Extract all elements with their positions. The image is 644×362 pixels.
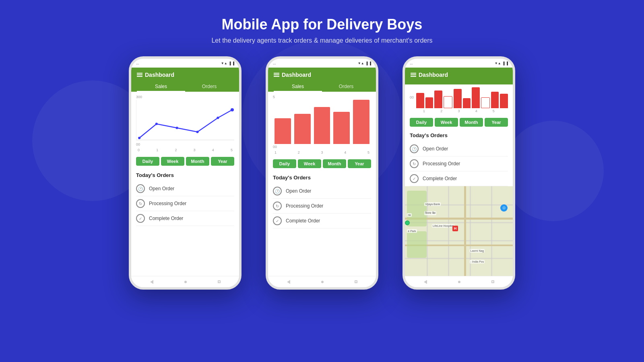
tab-sales-1[interactable]: Sales [137,81,185,92]
map-label-bank-hindi: विजया बैंक [424,211,436,215]
menu-icon-1[interactable] [137,73,142,77]
svg-point-4 [196,131,198,133]
map-label-laxmi: Laxmi Nag [470,249,485,253]
btn-daily-3[interactable]: Daily [410,118,433,127]
bar-5 [353,100,369,144]
nav-recent-1[interactable] [218,280,221,283]
btn-year-2[interactable]: Year [348,159,371,168]
phone-content-3: Dashboard 00 [405,68,513,287]
line-chart-1 [136,100,234,144]
status-bar-1: ... ▼▲ ▐ ▐ [131,59,239,68]
menu-icon-2[interactable] [274,73,279,77]
open-order-label-2: Open Order [286,188,311,194]
top-bar-10 [500,94,508,108]
header-tabs-2: Sales Orders [274,81,370,92]
nav-back-1[interactable] [150,280,153,284]
map-label-park: e Park [407,229,417,233]
chart-area-1: 300 00 012345 [131,92,239,154]
hospital-marker: H [452,226,458,231]
period-buttons-1: Daily Week Month Year [131,154,239,169]
processing-order-label-1: Processing Order [149,201,186,206]
check-icon-1: ✓ [136,214,145,223]
btn-year-3[interactable]: Year [485,118,508,127]
phone-content-2: Dashboard Sales Orders 5 00 123 [268,68,376,287]
phones-container: ... ▼▲ ▐ ▐ Dashboard Sales Orders [129,56,515,290]
map-label-india-pos: - India Pos [470,260,485,263]
top-bar-8 [481,97,490,109]
map-label-nk: nk [407,213,411,217]
phone-3: ... ▼▲ ▐ ▐ Dashboard 00 [402,56,515,290]
bar-1 [275,118,291,144]
period-buttons-2: Daily Week Month Year [268,156,376,171]
map-green-2 [407,231,426,258]
svg-point-2 [231,108,234,111]
phone-2: ... ▼▲ ▐ ▐ Dashboard Sales Orders [266,56,378,290]
battery-icon-2: ▐ [369,62,371,65]
wifi-icon-2: ▐ [365,62,368,65]
menu-icon-3[interactable] [411,73,416,77]
location-marker-blue: ⊙ [500,204,508,212]
btn-week-1[interactable]: Week [161,157,184,166]
status-time-3: ... [410,61,413,65]
status-bar-3: ... ▼▲ ▐ ▐ [405,59,513,68]
phone-bottom-nav-3 [405,276,513,287]
clock-icon-2: 🕐 [273,187,282,195]
phone-header-1: Dashboard Sales Orders [131,68,239,92]
complete-order-label-3: Complete Order [423,176,457,181]
svg-point-5 [176,127,178,129]
page-header: Mobile App for Delivery Boys Let the del… [211,16,432,44]
btn-month-2[interactable]: Month [323,159,346,168]
nav-recent-3[interactable] [491,280,494,283]
refresh-icon-1: ↻ [136,199,145,208]
header-title-1: Dashboard [137,72,233,78]
top-bar-1 [416,93,424,109]
btn-month-3[interactable]: Month [460,118,483,127]
chart-y-label-1: 300 [136,95,234,99]
btn-week-3[interactable]: Week [435,118,458,127]
order-item-open-3: 🕐 Open Order [410,142,508,156]
page-subtitle: Let the delivery agents track orders & m… [211,37,432,44]
orders-title-3: Today's Orders [410,132,508,138]
order-item-complete-2: ✓ Complete Order [273,214,371,228]
signal-icon-1: ▼▲ [221,62,227,65]
open-order-label-1: Open Order [149,186,174,191]
btn-daily-1[interactable]: Daily [136,157,159,166]
map-label-hospital: LifeLine Hospital [432,224,454,228]
nav-home-3[interactable] [458,281,460,283]
order-item-open-2: 🕐 Open Order [273,184,371,199]
top-bar-6 [463,98,471,108]
btn-month-1[interactable]: Month [186,157,209,166]
nav-home-1[interactable] [184,281,187,283]
wifi-icon-1: ▐ [229,62,231,65]
bar-4 [333,112,350,144]
top-bar-4 [444,96,452,108]
header-title-3: Dashboard [411,72,507,78]
chart-y-bottom-2: 00 [273,145,371,149]
order-item-processing-3: ↻ Processing Order [410,156,508,171]
top-bar-2 [425,97,433,109]
svg-point-3 [217,117,219,119]
order-item-complete-1: ✓ Complete Order [136,211,234,226]
tab-sales-2[interactable]: Sales [274,81,322,92]
chart-y-label-2: 5 [273,95,371,99]
x-labels-2: 12345 [273,150,371,154]
tab-orders-2[interactable]: Orders [322,81,370,92]
phone-bottom-nav-1 [131,276,239,287]
status-bar-2: ... ▼▲ ▐ ▐ [268,59,376,68]
nav-recent-2[interactable] [355,280,357,283]
top-bar-5 [454,89,462,108]
btn-year-1[interactable]: Year [211,157,234,166]
btn-week-2[interactable]: Week [298,159,321,168]
tab-orders-1[interactable]: Orders [185,81,233,92]
svg-point-6 [155,123,158,125]
refresh-icon-3: ↻ [410,159,419,168]
orders-title-2: Today's Orders [273,175,371,181]
top-x-labels-3: 12345 [405,108,513,115]
nav-home-2[interactable] [321,281,324,283]
order-item-processing-1: ↻ Processing Order [136,196,234,211]
btn-daily-2[interactable]: Daily [273,159,296,168]
nav-back-3[interactable] [424,280,427,284]
complete-order-label-2: Complete Order [286,218,320,224]
map-area-3: Vijaya Bank विजया बैंक LifeLine Hospital… [405,186,513,276]
nav-back-2[interactable] [287,280,290,284]
